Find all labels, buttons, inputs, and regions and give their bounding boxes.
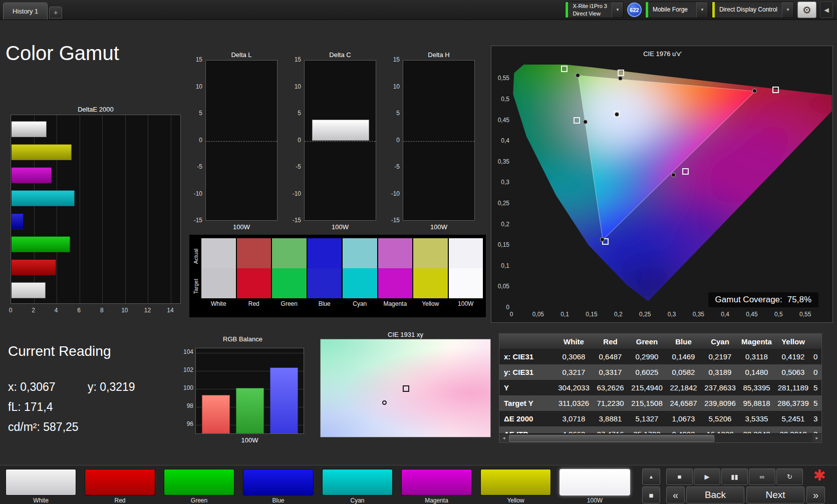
swatch-label: Magenta — [378, 298, 413, 309]
meter-name: X-Rite i1Pro 3 Direct View — [568, 2, 611, 18]
current-reading-y: y: 0,3219 — [88, 380, 135, 394]
gridline — [57, 115, 57, 303]
target-marker — [618, 70, 624, 76]
table-cell: 0,6025 — [629, 364, 665, 380]
axis-tick-label: 15 — [384, 56, 400, 63]
rgb-balance-xlabel: 100W — [195, 436, 304, 444]
back-chevron-button[interactable]: « — [666, 486, 685, 503]
stop-button[interactable]: ■ — [666, 468, 693, 485]
table-row: x: CIE310,30680,64870,29900,14690,21970,… — [499, 349, 821, 364]
axis-tick-label: 0 — [499, 311, 523, 318]
axis-tick-label: -5 — [384, 163, 400, 170]
pause-button[interactable]: ▮▮ — [721, 468, 748, 485]
color-patch-button-white[interactable] — [6, 469, 76, 495]
table-cell: 5,1327 — [629, 411, 665, 426]
cie1976-title: CIE 1976 u'v' — [491, 50, 833, 58]
asterisk-icon: ✱ — [813, 466, 825, 484]
top-bar: History 1 + X-Rite i1Pro 3 Direct View ▼… — [0, 0, 837, 20]
tab-history-1[interactable]: History 1 — [3, 3, 48, 20]
axis-tick-label: 0,4 — [492, 137, 509, 144]
axis-tick-label: 10 — [119, 307, 131, 314]
axis-tick-label: 0,15 — [580, 311, 604, 318]
axis-tick-label: 2 — [28, 307, 40, 314]
axis-tick-label: 10 — [186, 83, 202, 90]
settings-button[interactable]: ⚙ — [797, 2, 816, 18]
color-patch-button-blue[interactable] — [243, 469, 314, 495]
back-button[interactable]: Back — [686, 486, 744, 503]
axis-tick-label: -10 — [285, 190, 301, 197]
next-button[interactable]: Next — [746, 486, 804, 503]
color-patch-button-red[interactable] — [85, 469, 155, 495]
gridline — [102, 115, 103, 303]
infinite-button[interactable]: ∞ — [749, 468, 775, 485]
display-control-selector[interactable]: Direct Display Control ▼ — [712, 2, 794, 18]
axis-tick-label: 10 — [285, 83, 301, 90]
up-button[interactable]: ▲ — [642, 468, 660, 485]
display-dropdown-button[interactable]: ▼ — [782, 2, 793, 18]
meter-name-line1: X-Rite i1Pro 3 — [573, 3, 607, 10]
row-label: Y — [499, 380, 555, 395]
axis-tick-label: 0,4 — [713, 311, 737, 318]
horizontal-scrollbar[interactable]: ◄► — [499, 433, 821, 442]
color-patch-button-green[interactable] — [164, 469, 234, 495]
source-selector[interactable]: Mobile Forge ▼ — [645, 2, 708, 18]
zero-line — [403, 141, 474, 142]
axis-tick-label: 12 — [141, 307, 153, 314]
table-cell: 311,0326 — [555, 395, 592, 411]
collapse-panel-button[interactable]: ◀ — [820, 2, 833, 18]
axis-tick-label: -15 — [384, 217, 400, 224]
meter-selector[interactable]: X-Rite i1Pro 3 Direct View ▼ — [565, 2, 623, 18]
add-tab-button[interactable]: + — [49, 7, 62, 19]
source-dropdown-button[interactable]: ▼ — [696, 2, 708, 18]
color-patch-button-yellow[interactable] — [480, 469, 551, 495]
table-cell: 0,5063 — [775, 364, 811, 380]
scroll-left-arrow[interactable]: ◄ — [499, 434, 508, 443]
measurement-table: WhiteRedGreenBlueCyanMagentaYellowx: CIE… — [499, 333, 822, 443]
scrollbar-thumb[interactable] — [509, 435, 714, 442]
table-cell: 22,1842 — [665, 380, 702, 395]
delta-chart-xlabel: 100W — [403, 223, 475, 231]
cie1931-diagram — [320, 339, 491, 437]
deltae-chart — [11, 115, 181, 304]
gridline — [171, 115, 171, 303]
actual-swatch-magenta — [378, 238, 413, 268]
axis-tick-label: 0,55 — [492, 75, 509, 82]
axis-tick-label: 0,25 — [492, 200, 509, 207]
axis-tick-label: 98 — [178, 402, 193, 409]
axis-tick-label: 0,25 — [633, 311, 657, 318]
delta-chart-delta-c — [304, 60, 376, 221]
back-label: Back — [705, 489, 726, 500]
meter-dropdown-button[interactable]: ▼ — [612, 2, 623, 18]
play-button[interactable]: ▶ — [694, 468, 720, 485]
next-chevron-button[interactable]: » — [806, 486, 825, 503]
gear-icon: ⚙ — [802, 4, 811, 16]
swatch-label: White — [201, 298, 236, 309]
target-row-label: Target — [193, 263, 199, 309]
current-reading-title: Current Reading — [8, 343, 111, 359]
gamut-coverage: Gamut Coverage: 75,8% — [708, 292, 818, 307]
swatch-label: Cyan — [343, 298, 377, 309]
color-patch-button-magenta[interactable] — [401, 469, 472, 495]
color-patch-button-cyan[interactable] — [322, 469, 393, 495]
rgb-bar-green — [236, 388, 264, 433]
repeat-button[interactable]: ↻ — [776, 468, 803, 485]
swatch-label: Yellow — [413, 298, 448, 309]
color-patch-button-100w[interactable] — [560, 469, 630, 495]
actual-swatch-red — [237, 238, 271, 268]
zero-line — [305, 141, 376, 142]
table-cell: 0,3317 — [592, 364, 629, 380]
table-cell: 239,8096 — [702, 395, 738, 411]
square-icon: ■ — [649, 491, 653, 499]
axis-tick-label: -5 — [285, 163, 301, 170]
axis-tick-label: 0,35 — [492, 158, 509, 165]
axis-tick-label: -5 — [186, 163, 202, 170]
color-patch-label: 100W — [560, 497, 630, 504]
stop-all-button[interactable]: ■ — [642, 486, 660, 503]
table-cell: 286,3739 — [775, 395, 811, 411]
swatch-column: Blue — [308, 238, 342, 315]
axis-tick-label: 8 — [96, 307, 108, 314]
axis-tick-label: 0 — [384, 137, 400, 144]
gamut-coverage-value: 75,8% — [787, 295, 811, 305]
scroll-right-arrow[interactable]: ► — [812, 434, 821, 443]
target-swatch-yellow — [413, 268, 448, 298]
